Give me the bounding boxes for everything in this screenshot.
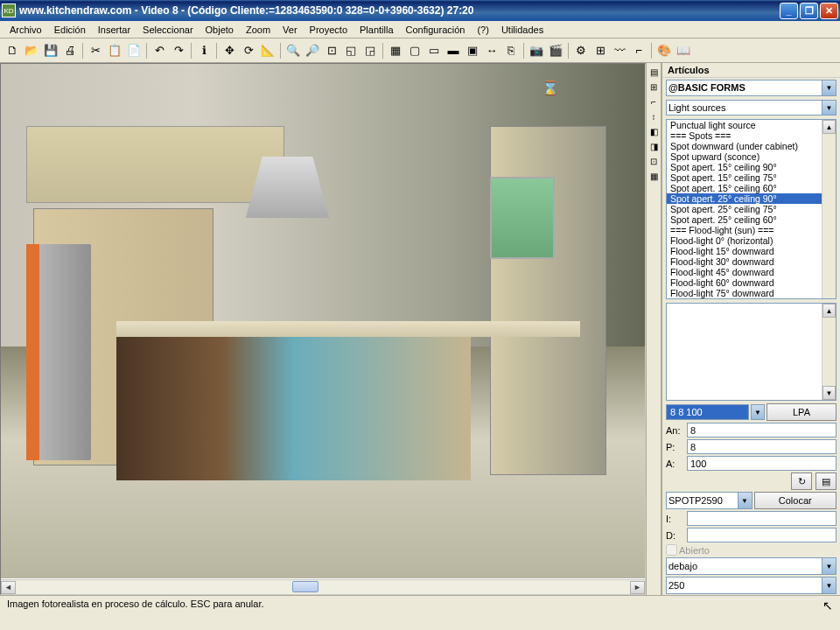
refresh-button[interactable]: ↻ <box>791 472 812 490</box>
list-item[interactable]: Flood-light 45° downward <box>667 267 836 277</box>
menu-utilidades[interactable]: Utilidades <box>495 24 550 36</box>
cut-icon[interactable]: ✂ <box>87 42 104 60</box>
rotate-icon[interactable]: ⟳ <box>240 42 257 60</box>
chevron-down-icon[interactable]: ▼ <box>738 493 752 508</box>
paste-icon[interactable]: 📄 <box>125 42 143 60</box>
redo-icon[interactable]: ↷ <box>170 42 187 60</box>
list-item[interactable]: === Flood-light (sun) === <box>667 225 836 235</box>
h-scrollbar[interactable]: ◄ ► <box>1 579 645 594</box>
scroll-down-icon[interactable]: ▼ <box>822 386 836 400</box>
close-button[interactable]: ✕ <box>820 3 838 19</box>
list-item[interactable]: Flood-light 75° downward <box>667 288 836 298</box>
dim-icon[interactable]: ↔ <box>483 42 500 60</box>
chevron-down-icon[interactable]: ▼ <box>751 404 765 420</box>
side-t3[interactable]: ⌐ <box>647 94 661 108</box>
scroll-up-icon[interactable]: ▲ <box>822 304 836 318</box>
side-t2[interactable]: ⊞ <box>647 80 661 94</box>
render-icon[interactable]: 🎬 <box>547 42 564 60</box>
link-icon[interactable]: ⎘ <box>502 42 520 60</box>
save-icon[interactable]: 💾 <box>42 42 60 60</box>
zoom-out-icon[interactable]: 🔎 <box>304 42 321 60</box>
minimize-button[interactable]: _ <box>780 3 798 19</box>
zoom-fit-icon[interactable]: ⊡ <box>323 42 340 60</box>
side-t1[interactable]: ▤ <box>647 65 661 79</box>
cursor-icon[interactable]: ↖ <box>822 598 833 612</box>
side-t7[interactable]: ⊡ <box>647 154 661 168</box>
book-icon[interactable]: 📖 <box>675 42 692 60</box>
position-combo[interactable]: debajo ▼ <box>666 557 836 575</box>
list-item[interactable]: Flood-light 15° downward <box>667 246 836 256</box>
list-item[interactable]: Flood-light 30° downward <box>667 256 836 267</box>
rect-icon[interactable]: ▭ <box>425 42 443 60</box>
camera-icon[interactable]: 📷 <box>528 42 545 60</box>
place-button[interactable]: Colocar <box>754 492 837 509</box>
i-input[interactable] <box>687 511 836 526</box>
side-t6[interactable]: ◨ <box>647 139 661 153</box>
menu-proyecto[interactable]: Proyecto <box>304 24 354 36</box>
new-icon[interactable]: 🗋 <box>4 42 21 60</box>
viewport[interactable]: ⌛ ◄ ► <box>0 63 646 595</box>
list-item[interactable]: Spot apert. 15° ceiling 75° <box>667 172 836 183</box>
zoom-win-icon[interactable]: ◱ <box>342 42 360 60</box>
preview-scrollbar[interactable]: ▲ ▼ <box>822 304 836 400</box>
chevron-down-icon[interactable]: ▼ <box>822 558 836 574</box>
lpa-button[interactable]: LPA <box>766 403 836 421</box>
menu-ver[interactable]: Ver <box>276 24 304 36</box>
menu-configuracin[interactable]: Configuración <box>400 24 472 36</box>
scroll-right-icon[interactable]: ► <box>630 581 645 594</box>
num-combo[interactable]: 250 ▼ <box>666 577 836 594</box>
side-t8[interactable]: ▦ <box>647 169 661 183</box>
depth-input[interactable] <box>687 439 836 454</box>
open-icon[interactable]: 📂 <box>23 42 40 60</box>
list-item[interactable]: Punctual light source <box>667 120 836 130</box>
curve-icon[interactable]: 〰 <box>611 42 628 60</box>
side-t5[interactable]: ◧ <box>647 124 661 138</box>
list-button[interactable]: ▤ <box>816 472 836 490</box>
fill-icon[interactable]: ▬ <box>444 42 462 60</box>
menu-seleccionar[interactable]: Seleccionar <box>136 24 199 36</box>
list-item[interactable]: Spot apert. 15° ceiling 90° <box>667 162 836 172</box>
list-item[interactable]: Spot upward (sconce) <box>667 151 836 162</box>
menu-archivo[interactable]: Archivo <box>4 24 48 36</box>
chevron-down-icon[interactable]: ▼ <box>822 101 836 116</box>
scroll-thumb[interactable] <box>292 581 318 592</box>
width-input[interactable] <box>687 423 836 438</box>
list-item[interactable]: Spot apert. 25° ceiling 60° <box>667 214 836 225</box>
list-item[interactable]: Spot downward (under cabinet) <box>667 141 836 151</box>
wall-icon[interactable]: ⌐ <box>630 42 648 60</box>
zoom-sel-icon[interactable]: ◲ <box>361 42 379 60</box>
side-t4[interactable]: ↕ <box>647 109 661 123</box>
info-icon[interactable]: ℹ <box>195 42 213 60</box>
maximize-button[interactable]: ❐ <box>800 3 818 19</box>
items-listbox[interactable]: Punctual light source=== Spots ===Spot d… <box>666 119 836 299</box>
menu-zoom[interactable]: Zoom <box>240 24 276 36</box>
print-icon[interactable]: 🖨 <box>61 42 79 60</box>
height-input[interactable] <box>687 456 836 471</box>
undo-icon[interactable]: ↶ <box>150 42 168 60</box>
tool-b-icon[interactable]: ⊞ <box>592 42 609 60</box>
copy-icon[interactable]: 📋 <box>106 42 123 60</box>
menu-objeto[interactable]: Objeto <box>200 24 240 36</box>
menu-edicin[interactable]: Edición <box>48 24 92 36</box>
list-item[interactable]: Spot apert. 25° ceiling 75° <box>667 204 836 214</box>
list-item[interactable]: Spot apert. 15° ceiling 60° <box>667 183 836 193</box>
menu-plantilla[interactable]: Plantilla <box>354 24 400 36</box>
tool-a-icon[interactable]: ⚙ <box>572 42 590 60</box>
list-item[interactable]: Flood-light 0° (horizontal) <box>667 235 836 246</box>
scroll-left-icon[interactable]: ◄ <box>1 581 16 594</box>
palette-icon[interactable]: 🎨 <box>655 42 673 60</box>
menu-[interactable]: (?) <box>471 24 494 36</box>
catalog-combo[interactable]: @BASIC FORMS ▼ <box>666 80 836 96</box>
group-icon[interactable]: ▣ <box>464 42 481 60</box>
list-item[interactable]: Spot apert. 25° ceiling 90° <box>667 193 836 204</box>
zoom-in-icon[interactable]: 🔍 <box>284 42 302 60</box>
list-item[interactable]: === Spots === <box>667 130 836 141</box>
layer-icon[interactable]: ▦ <box>387 42 404 60</box>
dims-summary[interactable]: 8 8 100 <box>666 404 749 420</box>
chevron-down-icon[interactable]: ▼ <box>822 80 836 95</box>
menu-insertar[interactable]: Insertar <box>92 24 136 36</box>
grid-icon[interactable]: ▢ <box>406 42 424 60</box>
d-input[interactable] <box>687 528 836 542</box>
ref-combo[interactable]: SPOTP2590 ▼ <box>666 492 752 509</box>
category-combo[interactable]: Light sources ▼ <box>666 100 836 116</box>
